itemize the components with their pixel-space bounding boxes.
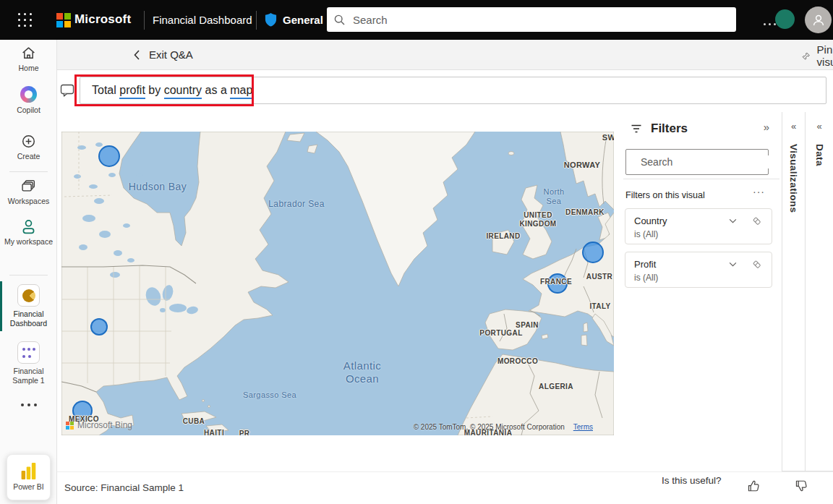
- question-word[interactable]: by: [145, 84, 164, 98]
- map-country-label: UNITED KINGDOM: [519, 211, 556, 228]
- question-term[interactable]: country: [164, 84, 202, 99]
- map-sea-label: Hudson Bay: [129, 181, 187, 193]
- sidebar-item-financial-dashboard[interactable]: Financial Dashboard: [0, 284, 57, 328]
- powerbi-app-button[interactable]: Power BI: [7, 454, 51, 500]
- sidebar-item-financial-sample-1[interactable]: Financial Sample 1: [0, 341, 57, 385]
- filter-card-profit[interactable]: Profit is (All): [625, 252, 772, 288]
- microsoft-logo-icon: [66, 422, 74, 430]
- shield-icon: [265, 13, 277, 27]
- sidebar-item-create[interactable]: Create: [0, 134, 57, 161]
- map-sea-label: Labrador Sea: [268, 199, 325, 209]
- map-label-layer: Hudson BayLabrador SeaNorth SeaAtlantic …: [61, 132, 614, 435]
- account-avatar[interactable]: [805, 7, 832, 33]
- divider: [256, 11, 257, 30]
- filter-field-name: Country: [634, 215, 725, 226]
- plus-circle-icon: [21, 134, 36, 149]
- copilot-icon: [20, 86, 37, 103]
- filter-condition: is (All): [634, 229, 764, 239]
- speech-bubble-icon: [60, 83, 74, 98]
- qna-question-row: Total profit by country as a map: [57, 70, 833, 110]
- global-search-input[interactable]: [351, 13, 729, 27]
- exit-qna-button[interactable]: Exit Q&A: [149, 48, 193, 61]
- chevron-down-icon[interactable]: [725, 257, 740, 270]
- qna-header-bar: Exit Q&A Pin visual: [57, 40, 833, 70]
- sidebar-item-my-workspace[interactable]: My workspace: [0, 219, 57, 247]
- map-country-label: SW: [602, 133, 614, 142]
- map-attribution: © 2025 TomTom, © 2025 Microsoft Corporat…: [414, 423, 593, 431]
- map-country-label: SPAIN: [516, 321, 539, 330]
- financial-sample-dataset-icon: [17, 341, 40, 364]
- data-pane-label: Data: [814, 144, 825, 166]
- financial-dashboard-app-icon: [17, 284, 40, 307]
- terms-link[interactable]: Terms: [573, 423, 593, 431]
- expand-icon[interactable]: «: [782, 121, 805, 132]
- attribution-text: © 2025 TomTom, © 2025 Microsoft Corporat…: [414, 423, 565, 431]
- map-country-label: ALGERIA: [539, 383, 573, 391]
- map-country-label: ITALY: [589, 302, 610, 311]
- source-label: Source: Financial Sample 1: [64, 482, 184, 493]
- bing-watermark: Microsoft Bing: [66, 420, 132, 430]
- filter-icon: [630, 123, 643, 134]
- data-pane-tab[interactable]: « Data: [805, 112, 833, 471]
- sidebar-item-home[interactable]: Home: [0, 46, 57, 73]
- sidebar-item-label: Financial Dashboard: [4, 309, 54, 328]
- ellipsis-dots-icon: [764, 23, 776, 25]
- divider: [144, 11, 145, 30]
- left-nav-sidebar: Home Copilot Create Workspaces My worksp…: [0, 40, 57, 504]
- powerbi-qna-screen: Microsoft Financial Dashboard General Ho…: [0, 0, 833, 504]
- pin-visual-label: Pin visual: [817, 43, 833, 68]
- question-term[interactable]: profit: [119, 84, 145, 99]
- workspaces-icon: [21, 179, 36, 194]
- pin-visual-button[interactable]: Pin visual: [802, 46, 833, 66]
- map-country-label: HAITI: [204, 429, 224, 435]
- feedback-question: Is this useful?: [662, 475, 722, 486]
- map-sea-label: Sargasso Sea: [243, 390, 296, 400]
- sidebar-more-icon[interactable]: [0, 403, 57, 406]
- sidebar-item-label: Financial Sample 1: [4, 367, 54, 385]
- map-visual[interactable]: Hudson BayLabrador SeaNorth SeaAtlantic …: [61, 132, 614, 435]
- visualizations-pane-label: Visualizations: [788, 144, 799, 213]
- sidebar-item-label: Home: [4, 64, 54, 73]
- eraser-icon[interactable]: [748, 214, 764, 227]
- sidebar-item-label: My workspace: [4, 237, 54, 247]
- map-country-label: FRANCE: [540, 278, 572, 286]
- bing-watermark-label: Microsoft Bing: [77, 420, 132, 430]
- qna-footer: Source: Financial Sample 1 Is this usefu…: [57, 471, 833, 504]
- thumbs-up-button[interactable]: [744, 477, 763, 495]
- back-chevron-icon[interactable]: [128, 46, 145, 64]
- waffle-menu-icon[interactable]: [17, 12, 34, 29]
- question-word[interactable]: Total: [92, 84, 119, 98]
- map-country-label: PORTUGAL: [479, 329, 522, 338]
- filters-pane-title: Filters: [651, 121, 688, 136]
- powerbi-label: Power BI: [4, 482, 54, 492]
- filters-section-label: Filters on this visual: [625, 190, 705, 200]
- sidebar-item-label: Create: [4, 152, 54, 161]
- top-app-bar: Microsoft Financial Dashboard General: [0, 0, 833, 40]
- presence-badge: [775, 9, 795, 29]
- question-term[interactable]: map: [230, 84, 252, 99]
- sensitivity-label[interactable]: General: [283, 14, 323, 26]
- global-search-box[interactable]: [327, 7, 736, 32]
- product-name: Microsoft: [74, 12, 131, 27]
- filter-card-country[interactable]: Country is (All): [625, 208, 772, 244]
- thumbs-up-icon: [747, 479, 760, 492]
- map-country-label: PR: [239, 430, 250, 435]
- thumbs-down-icon: [795, 479, 808, 492]
- search-icon: [334, 14, 345, 25]
- filters-search-box[interactable]: [625, 149, 769, 175]
- visualizations-pane-tab[interactable]: « Visualizations: [782, 112, 805, 471]
- app-title[interactable]: Financial Dashboard: [153, 14, 252, 26]
- collapse-filters-icon[interactable]: »: [764, 121, 769, 133]
- question-word[interactable]: as a: [202, 84, 230, 98]
- expand-icon[interactable]: «: [806, 121, 833, 132]
- sidebar-item-copilot[interactable]: Copilot: [0, 86, 57, 115]
- divider: [9, 171, 48, 172]
- eraser-icon[interactable]: [748, 257, 764, 270]
- thumbs-down-button[interactable]: [792, 477, 811, 495]
- sidebar-item-workspaces[interactable]: Workspaces: [0, 179, 57, 206]
- filters-more-icon[interactable]: ···: [753, 186, 765, 197]
- divider: [9, 275, 48, 276]
- chevron-down-icon[interactable]: [725, 214, 740, 227]
- qna-question-input[interactable]: Total profit by country as a map: [80, 77, 826, 104]
- filters-search-input[interactable]: [639, 155, 773, 168]
